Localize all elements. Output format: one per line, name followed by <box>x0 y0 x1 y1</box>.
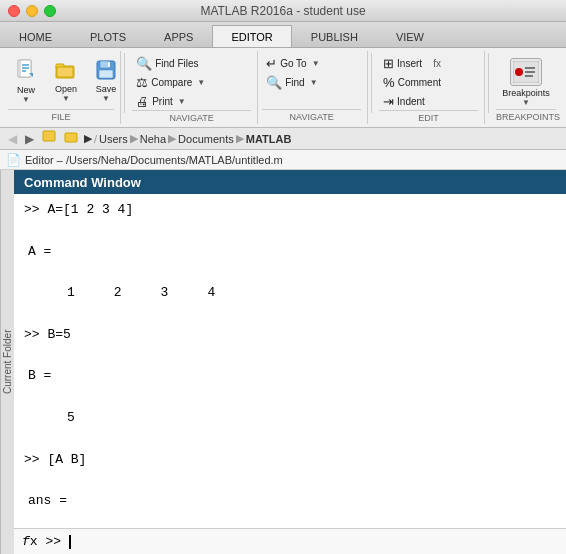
breakpoints-arrow[interactable]: ▼ <box>522 98 530 107</box>
nav-forward[interactable]: ▶ <box>23 132 36 146</box>
insert-icon: ⊞ <box>383 56 394 71</box>
cw-blank-2 <box>24 262 556 283</box>
goto-label: Go To <box>280 58 307 69</box>
open-button[interactable]: Open ▼ <box>48 53 84 109</box>
navigate-buttons: 🔍 Find Files ⚖ Compare ▼ 🖨 Print ▼ <box>132 53 209 110</box>
close-button[interactable] <box>8 5 20 17</box>
cw-line-1: >> A=[1 2 3 4] <box>24 200 556 221</box>
tab-home[interactable]: HOME <box>0 25 71 47</box>
tab-editor[interactable]: EDITOR <box>212 25 291 47</box>
compare-label: Compare <box>151 77 192 88</box>
cw-values-b: 5 <box>28 408 75 429</box>
cw-blank-7 <box>24 470 556 491</box>
titlebar: MATLAB R2016a - student use <box>0 0 566 22</box>
find-button[interactable]: 🔍 Find ▼ <box>262 74 323 91</box>
open-dropdown-arrow[interactable]: ▼ <box>62 94 70 103</box>
bottom-prompt-arrows: >> <box>38 534 69 549</box>
indent-icon: ⇥ <box>383 94 394 109</box>
save-icon <box>96 60 116 83</box>
print-arrow[interactable]: ▼ <box>178 97 186 106</box>
cw-output-b: B = <box>28 366 51 387</box>
find-arrow[interactable]: ▼ <box>310 78 318 87</box>
cw-output-ans: ans = <box>28 491 67 512</box>
svg-rect-19 <box>65 133 77 142</box>
cw-out-b: B = <box>24 366 556 387</box>
compare-icon: ⚖ <box>136 75 148 90</box>
command-window-header: Command Window <box>14 170 566 194</box>
open-icon <box>55 60 77 83</box>
goto-button[interactable]: ↵ Go To ▼ <box>262 55 323 72</box>
edit-group-label: EDIT <box>379 110 478 123</box>
command-window-bottom[interactable]: fx >> <box>14 528 566 554</box>
svg-point-14 <box>515 68 523 76</box>
current-folder-tab[interactable]: Current Folder <box>0 170 14 554</box>
bottom-prompt-fx: fx <box>22 534 38 549</box>
svg-rect-8 <box>57 67 73 77</box>
find-files-button[interactable]: 🔍 Find Files <box>132 55 209 72</box>
ribbon-group-breakpoints: Breakpoints ▼ BREAKPOINTS <box>492 51 562 124</box>
ribbon-separator-1 <box>124 53 125 113</box>
navigate-group-label: NAVIGATE <box>132 110 251 123</box>
nav-up[interactable] <box>40 130 58 147</box>
print-button[interactable]: 🖨 Print ▼ <box>132 93 209 110</box>
command-window-body[interactable]: >> A=[1 2 3 4] A = 1 2 3 4 >> B=5 B = <box>14 194 566 528</box>
maximize-button[interactable] <box>44 5 56 17</box>
nav-folder[interactable] <box>62 130 80 147</box>
window-controls[interactable] <box>8 5 56 17</box>
new-button[interactable]: New ▼ <box>8 53 44 109</box>
indent-label: Indent <box>397 96 425 107</box>
x-symbol: x <box>30 534 38 549</box>
find-files-label: Find Files <box>155 58 198 69</box>
nav-arrow-right: ▶ <box>84 132 92 145</box>
save-button[interactable]: Save ▼ <box>88 53 124 109</box>
indent-button[interactable]: ⇥ Indent <box>379 93 445 110</box>
tab-apps[interactable]: APPS <box>145 25 212 47</box>
find-label: Find <box>285 77 304 88</box>
current-folder-label: Current Folder <box>2 330 13 394</box>
print-label: Print <box>152 96 173 107</box>
breakpoints-button[interactable]: Breakpoints ▼ <box>496 53 556 109</box>
cw-cmd-3: [A B] <box>47 450 86 471</box>
insert-button[interactable]: ⊞ Insert fx <box>379 55 445 72</box>
tab-publish[interactable]: PUBLISH <box>292 25 377 47</box>
ribbon-group-navigate2: ↵ Go To ▼ 🔍 Find ▼ NAVIGATE <box>258 51 368 124</box>
main-area: Current Folder Command Window >> A=[1 2 … <box>0 170 566 554</box>
nav-neha[interactable]: Neha <box>140 133 166 145</box>
new-dropdown-arrow[interactable]: ▼ <box>22 95 30 104</box>
cw-blank-3 <box>24 304 556 325</box>
goto-arrow[interactable]: ▼ <box>312 59 320 68</box>
insert-fx: fx <box>433 58 441 69</box>
nav-breadcrumb: ▶ / Users ▶ Neha ▶ Documents ▶ MATLAB <box>84 132 291 145</box>
tab-view[interactable]: VIEW <box>377 25 443 47</box>
ribbon-group-file: New ▼ Open ▼ <box>4 51 121 124</box>
compare-button[interactable]: ⚖ Compare ▼ <box>132 74 209 91</box>
new-label: New <box>17 85 35 95</box>
print-icon: 🖨 <box>136 94 149 109</box>
cw-blank-4 <box>24 346 556 367</box>
open-label: Open <box>55 84 77 94</box>
find-files-icon: 🔍 <box>136 56 152 71</box>
breakpoints-icon <box>510 58 542 86</box>
cw-out-ans: ans = <box>24 491 556 512</box>
editor-path-bar: 📄 Editor – /Users/Neha/Documents/MATLAB/… <box>0 150 566 170</box>
insert-label: Insert <box>397 58 422 69</box>
nav-back[interactable]: ◀ <box>6 132 19 146</box>
tab-plots[interactable]: PLOTS <box>71 25 145 47</box>
cw-out-a: A = <box>24 242 556 263</box>
svg-rect-10 <box>100 61 109 68</box>
nav-documents[interactable]: Documents <box>178 133 234 145</box>
fx-symbol: f <box>22 534 30 549</box>
nav-users[interactable]: Users <box>99 133 128 145</box>
cw-output-a: A = <box>28 242 51 263</box>
goto-icon: ↵ <box>266 56 277 71</box>
command-window-title: Command Window <box>24 175 141 190</box>
compare-arrow[interactable]: ▼ <box>197 78 205 87</box>
cw-blank-5 <box>24 387 556 408</box>
minimize-button[interactable] <box>26 5 38 17</box>
save-label: Save <box>96 84 117 94</box>
comment-icon: % <box>383 75 395 90</box>
ribbon-separator-2 <box>371 53 372 113</box>
save-dropdown-arrow[interactable]: ▼ <box>102 94 110 103</box>
nav-matlab[interactable]: MATLAB <box>246 133 292 145</box>
comment-button[interactable]: % Comment <box>379 74 445 91</box>
